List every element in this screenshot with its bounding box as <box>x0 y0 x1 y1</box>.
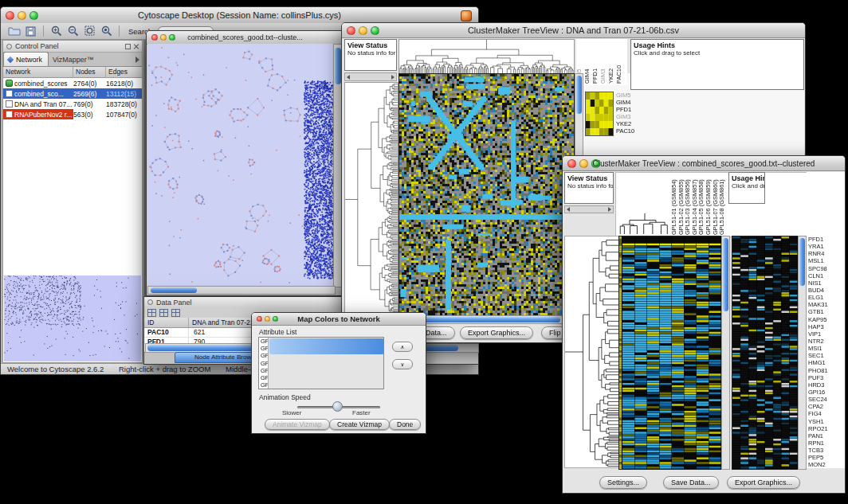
row-dendrogram[interactable] <box>345 83 398 316</box>
done-button[interactable]: Done <box>389 419 421 430</box>
network-overview-thumbnail[interactable] <box>4 275 141 361</box>
open-session-icon[interactable] <box>7 25 21 37</box>
animate-vizmap-button[interactable]: Animate Vizmap <box>265 419 330 430</box>
network-graph-canvas[interactable] <box>147 44 336 287</box>
zoom-button[interactable] <box>169 34 175 41</box>
zoom-selected-icon[interactable] <box>100 25 113 37</box>
summary-mini-heatmap[interactable] <box>586 92 613 135</box>
float-icon[interactable] <box>125 44 131 49</box>
gene-label[interactable]: YRA1 <box>808 243 845 250</box>
dialog-titlebar[interactable]: Map Colors to Network <box>252 313 426 326</box>
gene-label[interactable]: MSL1 <box>808 257 845 264</box>
gene-label[interactable]: NTR2 <box>808 338 845 345</box>
scroll-left-icon[interactable] <box>567 207 570 212</box>
gene-label[interactable]: KAP95 <box>808 316 845 323</box>
gene-label[interactable]: HRD3 <box>808 381 845 389</box>
zoom-button[interactable] <box>273 316 278 322</box>
network-view-titlebar[interactable]: combined_scores_good.txt--cluste... <box>147 31 344 45</box>
zoom-button[interactable] <box>29 11 38 20</box>
gene-label[interactable]: VIP1 <box>808 330 845 338</box>
gene-label[interactable]: BUD4 <box>808 287 845 294</box>
dendrogram-nav[interactable] <box>564 205 614 213</box>
close-button[interactable] <box>6 11 14 20</box>
zoom-button[interactable] <box>591 159 600 168</box>
row-dendrogram[interactable] <box>565 236 619 467</box>
gene-label[interactable]: PUF3 <box>808 374 845 381</box>
create-vizmap-button[interactable]: Create Vizmap <box>329 419 390 430</box>
gene-label[interactable]: HAP3 <box>808 323 845 330</box>
export-graphics-button[interactable]: Export Graphics... <box>460 326 533 339</box>
header-nodes[interactable]: Nodes <box>73 67 106 77</box>
gene-label[interactable]: NIS1 <box>808 279 845 287</box>
close-panel-icon[interactable] <box>133 44 139 49</box>
dock-icon[interactable] <box>6 44 12 49</box>
scroll-right-icon[interactable] <box>391 75 395 80</box>
scrollbar-thumb[interactable] <box>576 76 582 114</box>
header-network[interactable]: Network <box>3 67 73 77</box>
header-edges[interactable]: Edges <box>106 67 142 77</box>
treeview2-titlebar[interactable]: ClusterMaker TreeView : combined_scores_… <box>563 156 845 171</box>
expression-heatmap[interactable] <box>399 74 574 316</box>
gene-label[interactable]: MSI1 <box>808 345 845 352</box>
dendrogram-nav[interactable] <box>344 72 397 81</box>
close-button[interactable] <box>567 159 576 168</box>
gene-label[interactable]: PHO81 <box>808 367 845 374</box>
scrollbar-thumb[interactable] <box>151 287 197 293</box>
gene-label[interactable]: CPA2 <box>808 403 845 410</box>
minimize-button[interactable] <box>18 11 26 20</box>
gene-label[interactable]: PEP5 <box>808 454 845 461</box>
heatmap-vertical-scrollbar[interactable] <box>721 236 730 470</box>
save-session-icon[interactable] <box>24 25 37 37</box>
gene-label[interactable]: RPN1 <box>808 440 845 447</box>
scroll-left-icon[interactable] <box>347 75 350 80</box>
scrollbar-thumb[interactable] <box>799 238 805 286</box>
header-id[interactable]: ID <box>144 318 189 327</box>
close-button[interactable] <box>347 26 355 35</box>
gene-label[interactable]: MON2 <box>808 461 845 468</box>
attribute-list-scrollbar[interactable] <box>268 338 383 389</box>
close-button[interactable] <box>257 316 262 322</box>
scroll-right-icon[interactable] <box>608 207 611 212</box>
network-horizontal-scrollbar[interactable] <box>147 286 336 295</box>
network-row-selected[interactable]: combined_sco... 2569(6) 13112(15) <box>3 88 142 99</box>
scrollbar-thumb[interactable] <box>269 338 383 354</box>
minimize-button[interactable] <box>160 34 167 41</box>
animation-speed-slider[interactable] <box>332 401 343 412</box>
zoom-in-icon[interactable] <box>49 25 63 37</box>
gene-label[interactable]: PFD1 <box>808 236 845 243</box>
gene-label[interactable]: RPO21 <box>808 425 845 432</box>
select-attributes-icon[interactable] <box>147 309 156 317</box>
move-down-button[interactable]: ∨ <box>392 359 413 369</box>
minimize-button[interactable] <box>359 26 367 35</box>
delete-attribute-icon[interactable] <box>171 309 180 317</box>
zoom-button[interactable] <box>371 26 379 35</box>
zoom-out-icon[interactable] <box>66 25 80 37</box>
gene-label[interactable]: MAK31 <box>808 301 845 308</box>
tab-vizmapper[interactable]: VizMapper™ <box>49 53 100 66</box>
gene-label[interactable]: YSH1 <box>808 418 845 425</box>
gene-label[interactable]: PAN1 <box>808 432 845 440</box>
gene-label[interactable]: ELG1 <box>808 294 845 301</box>
scrollbar-thumb[interactable] <box>335 48 341 84</box>
main-titlebar[interactable]: Cytoscape Desktop (Session Name: collins… <box>1 7 478 24</box>
minimize-button[interactable] <box>265 316 270 322</box>
gene-label[interactable]: SEC1 <box>808 352 845 359</box>
scrollbar-thumb[interactable] <box>723 238 728 311</box>
close-button[interactable] <box>151 34 158 41</box>
gene-label[interactable]: GTB1 <box>808 308 845 315</box>
gene-label[interactable]: CLN1 <box>808 272 845 279</box>
gene-label[interactable]: RNR4 <box>808 250 845 257</box>
gene-label[interactable]: SEC24 <box>808 396 845 403</box>
gene-label[interactable]: HMG1 <box>808 359 845 366</box>
gene-label[interactable]: FIG4 <box>808 410 845 417</box>
zoom-vertical-scrollbar[interactable] <box>798 236 807 470</box>
tab-scroll-arrow-icon[interactable] <box>135 57 139 63</box>
network-row[interactable]: combined_scores 2764(0) 16218(0) <box>3 78 142 88</box>
save-data-button[interactable]: Save Data... <box>663 476 719 489</box>
zoom-heatmap[interactable] <box>732 236 798 469</box>
minimize-button[interactable] <box>579 159 588 168</box>
settings-button[interactable]: Settings... <box>599 476 647 489</box>
gene-label[interactable]: TCB3 <box>808 447 845 454</box>
create-attribute-icon[interactable] <box>159 309 168 317</box>
zoom-fit-icon[interactable] <box>83 25 96 37</box>
